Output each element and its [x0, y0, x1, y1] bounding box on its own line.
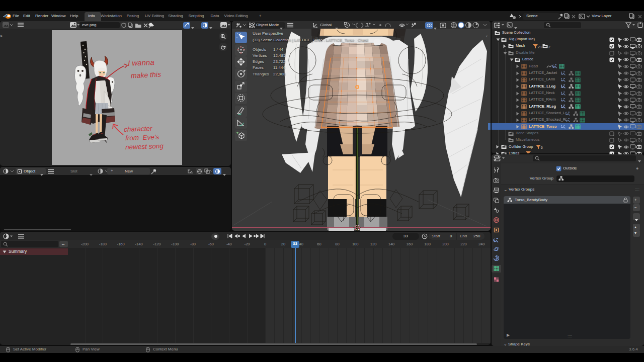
svg-text:‹: ‹: [486, 34, 488, 39]
